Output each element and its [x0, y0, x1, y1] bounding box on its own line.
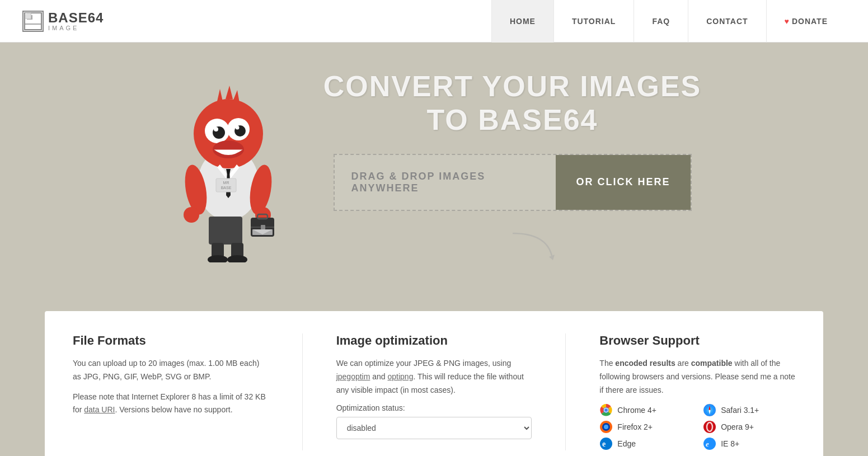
svg-text:BASE: BASE [220, 186, 231, 190]
svg-text:e: e [706, 440, 709, 448]
edge-label: Edge [617, 439, 636, 448]
svg-marker-6 [226, 86, 233, 99]
opt-label: Optimization status: [336, 403, 532, 412]
logo-icon [22, 11, 44, 32]
chrome-icon [599, 403, 613, 417]
browser-opera: Opera 9+ [703, 420, 795, 434]
file-formats-col: File Formats You can upload up to 20 ima… [73, 333, 269, 450]
browser-safari: Safari 3.1+ [703, 403, 795, 417]
svg-rect-34 [261, 225, 265, 229]
firefox-label: Firefox 2+ [617, 422, 653, 431]
browser-ie: e IE 8+ [703, 437, 795, 450]
svg-point-21 [184, 207, 199, 223]
image-opt-col: Image optimization We can optimize your … [336, 333, 532, 450]
opera-label: Opera 9+ [721, 422, 754, 431]
mascot: MR BASE [167, 67, 290, 265]
data-uri-link[interactable]: data URI [84, 405, 115, 414]
logo[interactable]: BASE64 IMAGE [22, 11, 104, 32]
chrome-label: Chrome 4+ [617, 406, 656, 415]
safari-icon [703, 403, 716, 417]
nav-contact[interactable]: CONTACT [688, 0, 766, 43]
upload-area[interactable]: DRAG & DROP IMAGES ANYWHERE OR CLICK HER… [334, 154, 692, 211]
nav-donate[interactable]: ♥ DONATE [766, 0, 846, 43]
divider-1 [302, 333, 303, 450]
drag-drop-label: DRAG & DROP IMAGES ANYWHERE [335, 155, 556, 210]
divider-2 [565, 333, 566, 450]
jpegoptim-link[interactable]: jpegoptim [336, 372, 370, 381]
svg-point-13 [235, 126, 239, 130]
browser-firefox: Firefox 2+ [599, 420, 692, 434]
svg-point-48 [604, 425, 608, 429]
browser-edge: e Edge [599, 437, 692, 450]
svg-rect-26 [209, 217, 242, 245]
opera-icon [703, 420, 716, 434]
svg-point-12 [214, 127, 218, 131]
edge-icon: e [599, 437, 613, 450]
info-section: File Formats You can upload up to 20 ima… [0, 300, 868, 456]
arrow-hint [501, 228, 569, 261]
image-opt-para: We can optimize your JPEG & PNG images, … [336, 357, 532, 397]
svg-marker-5 [217, 89, 223, 101]
svg-point-29 [208, 255, 228, 262]
browser-support-heading: Browser Support [599, 333, 795, 348]
nav-home[interactable]: HOME [491, 0, 553, 43]
browser-support-col: Browser Support The encoded results are … [599, 333, 795, 450]
optimization-select[interactable]: disabled low medium high [336, 417, 532, 439]
ie-label: IE 8+ [721, 439, 739, 448]
image-opt-heading: Image optimization [336, 333, 532, 348]
logo-text: BASE64 IMAGE [48, 11, 104, 31]
ie-icon: e [703, 437, 716, 450]
svg-point-41 [604, 408, 608, 412]
hero-title: CONVERT YOUR IMAGES TO BASE64 [323, 70, 702, 137]
svg-text:e: e [602, 440, 606, 448]
file-formats-para1: You can upload up to 20 images (max. 1.0… [73, 357, 269, 384]
hero-content: CONVERT YOUR IMAGES TO BASE64 DRAG & DRO… [323, 70, 702, 261]
svg-text:MR: MR [223, 181, 229, 185]
nav-faq[interactable]: FAQ [634, 0, 688, 43]
header: BASE64 IMAGE HOME TUTORIAL FAQ CONTACT ♥… [0, 0, 868, 43]
file-formats-para2: Please note that Internet Explorer 8 has… [73, 391, 269, 417]
safari-label: Safari 3.1+ [721, 406, 759, 415]
nav-tutorial[interactable]: TUTORIAL [553, 0, 634, 43]
main-nav: HOME TUTORIAL FAQ CONTACT ♥ DONATE [491, 0, 846, 43]
svg-rect-0 [25, 13, 41, 30]
firefox-icon [599, 420, 613, 434]
file-formats-heading: File Formats [73, 333, 269, 348]
browser-grid: Chrome 4+ Safari 3.1+ [599, 403, 795, 450]
browser-chrome: Chrome 4+ [599, 403, 692, 417]
svg-rect-1 [27, 15, 32, 20]
svg-marker-7 [233, 90, 240, 103]
hero-section: MR BASE CONVERT YOUR IMAGES TO BASE64 [0, 43, 868, 300]
browser-support-desc: The encoded results are compatible with … [599, 357, 795, 397]
click-here-button[interactable]: OR CLICK HERE [556, 155, 690, 210]
svg-point-15 [224, 142, 231, 146]
svg-point-30 [227, 255, 247, 262]
optipng-link[interactable]: optipng [388, 372, 414, 381]
info-card: File Formats You can upload up to 20 ima… [45, 311, 823, 456]
heart-icon: ♥ [785, 17, 790, 26]
